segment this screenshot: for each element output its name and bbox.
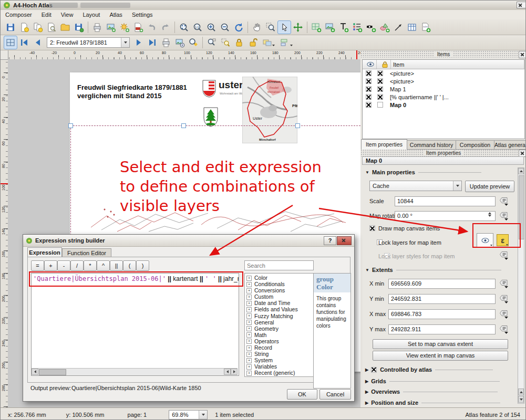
function-search-input[interactable]	[244, 260, 314, 270]
lock-column-header[interactable]	[377, 60, 391, 69]
scroll-up-button[interactable]	[518, 168, 524, 174]
function-group[interactable]: Record	[245, 344, 313, 351]
atlas-preview-button[interactable]	[4, 36, 17, 49]
section-main-properties[interactable]: ▼Main properties	[365, 169, 481, 175]
pan-tool-button[interactable]	[250, 20, 264, 34]
item-label[interactable]: Map 1	[386, 86, 406, 92]
draw-canvas-items-checkbox[interactable]	[369, 225, 375, 231]
group-items-button[interactable]	[260, 36, 277, 49]
atlas-prev-feature-button[interactable]	[31, 36, 45, 49]
unlock-items-button[interactable]	[246, 36, 260, 49]
atlas-feature-combo[interactable]: 2: Freudwil 1879/1881	[47, 37, 130, 48]
visibility-checkbox[interactable]	[366, 94, 372, 100]
y-min-input[interactable]: 246592.831	[388, 294, 496, 304]
refresh-button[interactable]	[232, 20, 245, 34]
function-group[interactable]: Conditionals	[245, 281, 313, 287]
combo-dropdown-button[interactable]	[121, 38, 129, 47]
load-template-button[interactable]	[58, 20, 72, 34]
data-defined-scale-button[interactable]	[499, 197, 509, 206]
add-shape-button[interactable]	[378, 20, 391, 34]
visibility-checkbox[interactable]	[366, 102, 372, 108]
scroll-left-button[interactable]	[32, 369, 38, 375]
export-pdf-button[interactable]	[131, 20, 145, 34]
x-min-input[interactable]: 696569.609	[388, 279, 496, 289]
select-item-button[interactable]	[277, 20, 291, 34]
item-label[interactable]: [% quartiername ||' ' |...	[386, 94, 449, 100]
section-position-and-size[interactable]: ▶Position and size	[365, 400, 500, 406]
function-group[interactable]: Recent (generic)	[245, 370, 313, 376]
print-button[interactable]	[90, 20, 104, 34]
tab-item-properties[interactable]: Item properties	[361, 139, 407, 150]
menu-edit[interactable]: Edit	[37, 10, 56, 19]
properties-scrollbar[interactable]	[518, 167, 524, 404]
visibility-column-header[interactable]	[363, 60, 377, 69]
function-group[interactable]: Fields and Values	[245, 306, 313, 312]
lock-items-button[interactable]	[232, 36, 246, 49]
function-group[interactable]: Fuzzy Matching	[245, 313, 313, 319]
duplicate-composition-button[interactable]	[31, 20, 45, 34]
section-grids[interactable]: ▶Grids	[365, 378, 500, 384]
help-button[interactable]: ?	[324, 236, 336, 245]
export-image-button[interactable]	[104, 20, 118, 34]
items-row[interactable]: <picture>	[363, 77, 524, 85]
section-extents[interactable]: ▼Extents	[365, 267, 501, 273]
redo-button[interactable]	[159, 20, 172, 34]
visibility-checkbox[interactable]	[366, 86, 372, 92]
operator-divide-button[interactable]: /	[70, 260, 84, 271]
save-project-button[interactable]	[4, 20, 17, 34]
operator-concat-button[interactable]: ||	[110, 260, 123, 271]
items-table[interactable]: Item <picture> <picture> Map 1 [% quarti…	[362, 59, 525, 139]
set-to-canvas-extent-button[interactable]: Set to map canvas extent	[373, 339, 508, 349]
data-defined-ymin-button[interactable]	[499, 295, 509, 303]
close-button[interactable]	[517, 2, 526, 8]
function-group[interactable]: Color	[245, 275, 313, 281]
add-arrow-button[interactable]	[391, 20, 405, 34]
zoom-in-button[interactable]	[204, 20, 218, 34]
add-legend-button[interactable]	[350, 20, 364, 34]
menu-atlas[interactable]: Atlas	[105, 10, 127, 19]
freudwil-coat-of-arms[interactable]	[203, 107, 219, 128]
add-attribute-table-button[interactable]	[405, 20, 419, 34]
export-svg-button[interactable]	[118, 20, 131, 34]
function-group[interactable]: System	[245, 357, 313, 363]
zoom-actual-button[interactable]: 1:1	[191, 20, 204, 34]
selection-handle[interactable]	[68, 123, 73, 128]
tab-atlas-generation[interactable]: Atlas generation	[494, 140, 526, 150]
x-max-input[interactable]: 698846.783	[388, 309, 496, 319]
operator-multiply-button[interactable]: *	[84, 260, 97, 271]
update-preview-button[interactable]: Update preview	[465, 181, 514, 192]
cancel-button[interactable]: Cancel	[319, 389, 351, 400]
function-group-tree[interactable]: Color Conditionals Conversions Custom Da…	[244, 273, 314, 377]
visibility-checkbox[interactable]	[366, 70, 372, 76]
item-label[interactable]: <picture>	[386, 70, 414, 77]
scroll-right-button[interactable]	[231, 369, 238, 375]
operator-equals-button[interactable]: =	[31, 260, 44, 271]
y-max-input[interactable]: 249282.911	[388, 324, 496, 334]
align-items-button[interactable]	[277, 36, 295, 49]
lock-checkbox[interactable]	[377, 78, 383, 84]
move-content-button[interactable]	[291, 20, 305, 34]
tab-command-history[interactable]: Command history	[407, 140, 456, 150]
section-overviews[interactable]: ▶Overviews	[365, 388, 498, 395]
tab-composition[interactable]: Composition	[456, 140, 494, 150]
lock-checkbox[interactable]	[377, 86, 383, 92]
menu-settings[interactable]: Settings	[127, 10, 158, 19]
controlled-by-atlas-checkbox[interactable]	[371, 367, 377, 373]
save-template-button[interactable]	[72, 20, 86, 34]
selection-handle[interactable]	[295, 123, 300, 128]
uster-coat-of-arms[interactable]	[202, 79, 216, 98]
operator-plus-button[interactable]: +	[44, 260, 57, 271]
operator-open-paren-button[interactable]: (	[123, 260, 136, 271]
ok-button[interactable]: OK	[287, 389, 317, 400]
function-group[interactable]: Conversions	[245, 287, 313, 293]
menu-view[interactable]: View	[56, 10, 78, 19]
combo-dropdown-button[interactable]	[453, 181, 461, 191]
view-extent-in-canvas-button[interactable]: View extent in map canvas	[373, 351, 508, 361]
zoom-level-combo[interactable]: 69.8%	[169, 410, 208, 419]
scroll-up-button2[interactable]	[518, 388, 524, 395]
data-defined-rotation-button[interactable]	[499, 212, 509, 220]
data-defined-ymax-button[interactable]	[499, 325, 509, 334]
cache-mode-combo[interactable]: Cache	[369, 181, 462, 191]
overview-map-image[interactable]: Fehraltorf Freudwil Wermatswil Pfä Uster…	[242, 77, 297, 143]
item-properties-titlebar[interactable]: Item properties	[360, 149, 526, 156]
